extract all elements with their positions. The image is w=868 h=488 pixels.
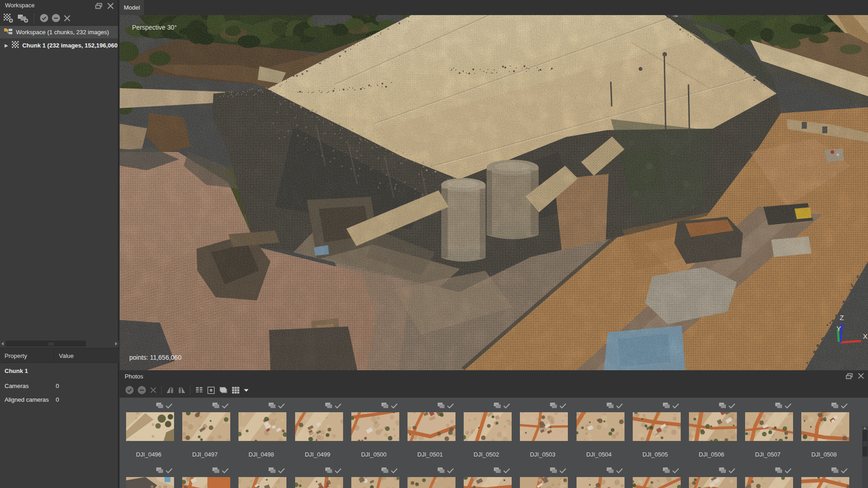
- svg-text:X: X: [863, 332, 868, 340]
- svg-text:Z: Z: [840, 314, 844, 321]
- svg-text:Y: Y: [836, 325, 841, 332]
